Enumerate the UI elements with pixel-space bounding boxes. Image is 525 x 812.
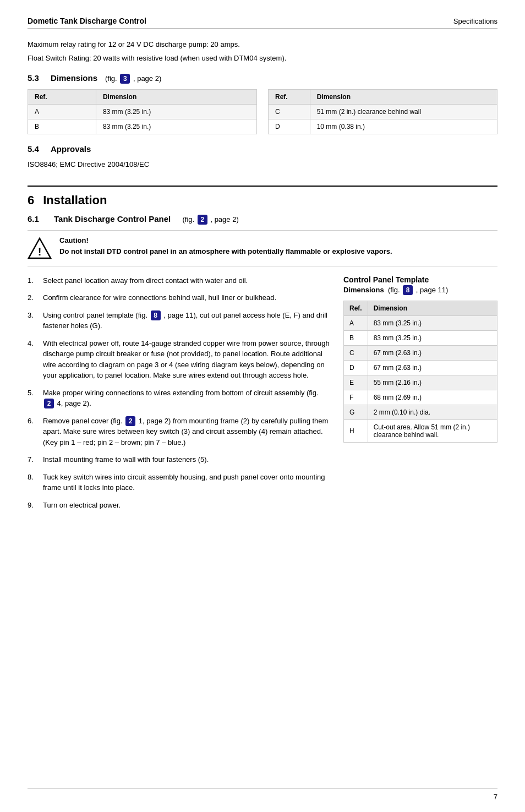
list-item: 9. Turn on electrical power.: [28, 500, 330, 511]
step-text-4: With electrical power off, route 14-gaug…: [43, 338, 330, 381]
step-num-3: 3.: [28, 310, 37, 321]
table-row: C 67 mm (2.63 in.): [344, 345, 497, 360]
fig-badge-8b: 8: [403, 285, 413, 295]
footer-bar: 7: [28, 788, 497, 801]
dim-right-ref-c: C: [269, 105, 310, 119]
list-item: 7. Install mounting frame to wall with f…: [28, 454, 330, 465]
right-ref-d: D: [344, 360, 368, 375]
step-num-4: 4.: [28, 338, 37, 349]
dim-table-right: Ref. Dimension C 51 mm (2 in.) clearance…: [268, 89, 497, 134]
table-row: D 67 mm (2.63 in.): [344, 360, 497, 375]
step-text-9: Turn on electrical power.: [43, 500, 330, 511]
dim-tables-wrapper: Ref. Dimension A 83 mm (3.25 in.) B 83 m…: [28, 89, 497, 134]
right-panel-subtitle-text: Dimensions: [343, 286, 384, 294]
right-col: Control Panel Template Dimensions (fig. …: [343, 275, 497, 517]
list-item: 8. Tuck key switch wires into circuit as…: [28, 472, 330, 493]
right-ref-f: F: [344, 390, 368, 405]
right-val-a: 83 mm (3.25 in.): [368, 315, 497, 330]
list-item: 3. Using control panel template (fig. 8 …: [28, 310, 330, 331]
step-num-2: 2.: [28, 292, 37, 303]
right-val-d: 67 mm (2.63 in.): [368, 360, 497, 375]
header-right: Specifications: [453, 17, 497, 25]
list-item: 1. Select panel location away from direc…: [28, 275, 330, 286]
section-54-heading: 5.4 Approvals: [28, 144, 497, 154]
table-row: D 10 mm (0.38 in.): [269, 119, 497, 134]
section-54-title: Approvals: [51, 144, 91, 154]
table-row: B 83 mm (3.25 in.): [28, 119, 257, 134]
dim-left-ref-a: A: [28, 105, 96, 119]
header-title: Dometic Tank Discharge Control: [28, 17, 146, 25]
specs-line1: Maximum relay rating for 12 or 24 V DC d…: [28, 39, 497, 50]
table-row: B 83 mm (3.25 in.): [344, 330, 497, 345]
right-ref-a: A: [344, 315, 368, 330]
table-row: F 68 mm (2.69 in.): [344, 390, 497, 405]
section-53-heading: 5.3 Dimensions (fig. 3 , page 2): [28, 73, 497, 84]
list-item: 2. Confirm clearance for wire connection…: [28, 292, 330, 303]
list-item: 6. Remove panel cover (fig. 2 1, page 2)…: [28, 416, 330, 448]
section-6-heading: 6 Installation: [28, 186, 497, 208]
table-row: G 2 mm (0.10 in.) dia.: [344, 405, 497, 419]
right-val-b: 83 mm (3.25 in.): [368, 330, 497, 345]
right-ref-g: G: [344, 405, 368, 419]
left-col: 1. Select panel location away from direc…: [28, 275, 330, 517]
right-panel-title: Control Panel Template: [343, 275, 497, 284]
section-61-title: Tank Discharge Control Panel: [54, 214, 171, 224]
right-val-f: 68 mm (2.69 in.): [368, 390, 497, 405]
step-text-8: Tuck key switch wires into circuit assem…: [43, 472, 330, 493]
table-row: E 55 mm (2.16 in.): [344, 375, 497, 390]
section-6-title: Installation: [43, 193, 107, 208]
table-row: H Cut-out area. Allow 51 mm (2 in.) clea…: [344, 419, 497, 442]
dim-table-left-header-dim: Dimension: [96, 90, 256, 105]
right-val-g: 2 mm (0.10 in.) dia.: [368, 405, 497, 419]
dim-table-left-header-ref: Ref.: [28, 90, 96, 105]
fig-badge-2c: 2: [125, 416, 135, 426]
step-text-5: Make proper wiring connections to wires …: [43, 388, 330, 409]
dim-left-val-a: 83 mm (3.25 in.): [96, 105, 256, 119]
section-53-fig-ref: (fig. 3 , page 2): [105, 74, 161, 84]
right-panel-subtitle: Dimensions (fig. 8 , page 11): [343, 285, 497, 295]
dim-right-val-d: 10 mm (0.38 in.): [310, 119, 497, 134]
dim-right-val-c: 51 mm (2 in.) clearance behind wall: [310, 105, 497, 119]
specs-line2: Float Switch Rating: 20 watts with resis…: [28, 53, 497, 64]
right-ref-c: C: [344, 345, 368, 360]
caution-text-block: Caution! Do not install DTD control pane…: [59, 236, 392, 257]
right-table-header-ref: Ref.: [344, 301, 368, 315]
right-ref-h: H: [344, 419, 368, 442]
dim-table-right-header-dim: Dimension: [310, 90, 497, 105]
caution-body: Do not install DTD control panel in an a…: [59, 246, 392, 257]
fig-badge-3: 3: [120, 74, 130, 84]
dim-table-right-header-ref: Ref.: [269, 90, 310, 105]
step-text-1: Select panel location away from direct c…: [43, 275, 330, 286]
section-6-num: 6: [28, 193, 34, 208]
list-item: 5. Make proper wiring connections to wir…: [28, 388, 330, 409]
page: Dometic Tank Discharge Control Specifica…: [0, 0, 525, 812]
step-text-7: Install mounting frame to wall with four…: [43, 454, 330, 465]
step-num-9: 9.: [28, 500, 37, 511]
fig-badge-2a: 2: [198, 215, 207, 225]
right-val-e: 55 mm (2.16 in.): [368, 375, 497, 390]
dim-left-ref-b: B: [28, 119, 96, 134]
step-num-5: 5.: [28, 388, 37, 399]
steps-list: 1. Select panel location away from direc…: [28, 275, 330, 511]
step-text-6: Remove panel cover (fig. 2 1, page 2) fr…: [43, 416, 330, 448]
section-53-title: Dimensions: [51, 73, 97, 83]
right-dim-table: Ref. Dimension A 83 mm (3.25 in.) B 83 m…: [343, 301, 497, 443]
caution-label: Caution!: [59, 236, 392, 244]
caution-box: ! Caution! Do not install DTD control pa…: [28, 230, 497, 266]
header-bar: Dometic Tank Discharge Control Specifica…: [28, 17, 497, 29]
fig-badge-8a: 8: [151, 310, 161, 320]
table-row: A 83 mm (3.25 in.): [28, 105, 257, 119]
main-content: 1. Select panel location away from direc…: [28, 275, 497, 517]
table-row: C 51 mm (2 in.) clearance behind wall: [269, 105, 497, 119]
step-text-3: Using control panel template (fig. 8 , p…: [43, 310, 330, 331]
step-num-8: 8.: [28, 472, 37, 483]
section-53-num: 5.3: [28, 73, 45, 83]
step-num-1: 1.: [28, 275, 37, 286]
caution-icon: !: [28, 236, 52, 260]
dim-left-val-b: 83 mm (3.25 in.): [96, 119, 256, 134]
page-number: 7: [494, 793, 497, 801]
table-row: A 83 mm (3.25 in.): [344, 315, 497, 330]
right-ref-b: B: [344, 330, 368, 345]
section-61-num: 6.1: [28, 214, 48, 224]
right-val-h: Cut-out area. Allow 51 mm (2 in.) cleara…: [368, 419, 497, 442]
